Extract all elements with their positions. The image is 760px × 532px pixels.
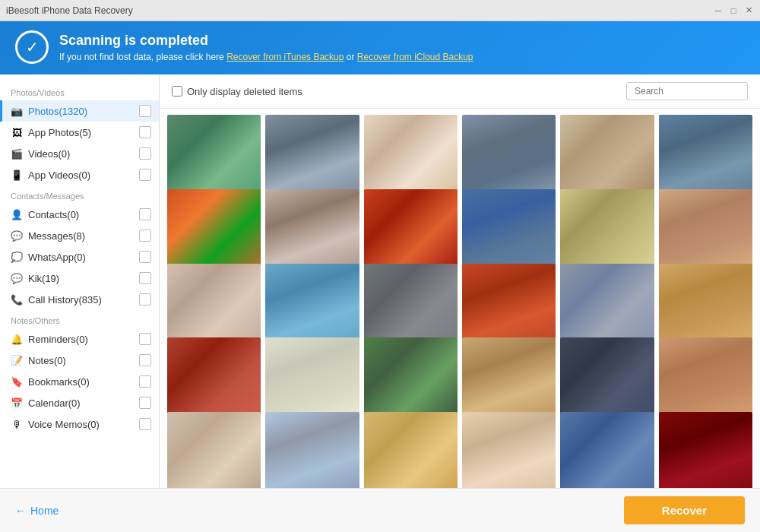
contacts-label: Contacts(0)	[28, 209, 135, 220]
photos-icon: 📷	[10, 104, 24, 118]
header-sep: or	[347, 52, 357, 62]
sidebar-item-contacts[interactable]: 👤Contacts(0)	[0, 204, 159, 225]
header-text-block: Scanning is completed If you not find lo…	[59, 33, 473, 62]
whatsapp-check[interactable]	[139, 251, 151, 263]
header-subtitle: If you not find lost data, please click …	[59, 52, 473, 62]
kik-check[interactable]	[139, 272, 151, 284]
window-controls: ─ □ ✕	[713, 5, 754, 16]
sidebar-item-videos[interactable]: 🎬Videos(0)	[0, 143, 159, 164]
photo-item[interactable]	[560, 412, 654, 488]
videos-check[interactable]	[139, 147, 151, 160]
app-videos-label: App Videos(0)	[28, 169, 135, 181]
photo-item[interactable]	[364, 412, 458, 488]
sidebar-item-kik[interactable]: 💬Kik(19)	[0, 268, 159, 289]
app-videos-check[interactable]	[139, 169, 151, 181]
app-photos-label: App Photos(5)	[28, 127, 135, 138]
sidebar-section-contacts-messages: Contacts/Messages	[0, 185, 159, 204]
minimize-btn[interactable]: ─	[713, 5, 724, 16]
sidebar-section-photos-videos: Photos/Videos	[0, 82, 159, 100]
app-photos-icon: 🖼	[10, 125, 24, 139]
notes-icon: 📝	[10, 353, 24, 367]
calendar-icon: 📅	[10, 396, 24, 410]
photo-item[interactable]	[462, 412, 556, 488]
sidebar-item-whatsapp[interactable]: 💭WhatsApp(0)	[0, 246, 159, 268]
messages-label: Messages(8)	[28, 230, 135, 242]
sidebar-item-calendar[interactable]: 📅Calendar(0)	[0, 392, 159, 413]
reminders-icon: 🔔	[10, 332, 24, 346]
deleted-items-label: Only display deleted items	[187, 86, 302, 97]
search-input[interactable]	[626, 82, 748, 100]
maximize-btn[interactable]: □	[728, 5, 739, 16]
home-button[interactable]: ← Home	[15, 505, 59, 517]
calendar-label: Calendar(0)	[28, 397, 135, 409]
sidebar-item-app-photos[interactable]: 🖼App Photos(5)	[0, 122, 159, 143]
footer: ← Home Recover	[0, 488, 760, 532]
bookmarks-label: Bookmarks(0)	[28, 376, 135, 388]
title-bar: iBeesoft iPhone Data Recovery ─ □ ✕	[0, 0, 760, 21]
call-history-label: Call History(835)	[28, 294, 135, 306]
kik-icon: 💬	[10, 271, 24, 285]
calendar-check[interactable]	[139, 397, 151, 409]
call-history-icon: 📞	[10, 293, 24, 306]
videos-icon: 🎬	[10, 147, 24, 160]
main-content: Photos/Videos📷Photos(1320)🖼App Photos(5)…	[0, 74, 760, 488]
sidebar-item-app-videos[interactable]: 📱App Videos(0)	[0, 164, 159, 185]
bookmarks-icon: 🔖	[10, 375, 24, 388]
photos-check[interactable]	[139, 105, 151, 117]
sidebar-item-reminders[interactable]: 🔔Reminders(0)	[0, 328, 159, 350]
header-banner: ✓ Scanning is completed If you not find …	[0, 21, 760, 74]
contacts-icon: 👤	[10, 207, 24, 221]
home-label: Home	[30, 505, 59, 517]
deleted-items-checkbox[interactable]	[172, 86, 182, 97]
sidebar-item-notes[interactable]: 📝Notes(0)	[0, 350, 159, 371]
whatsapp-label: WhatsApp(0)	[28, 252, 135, 263]
status-icon: ✓	[15, 30, 49, 64]
sidebar-item-voice-memos[interactable]: 🎙Voice Memos(0)	[0, 413, 159, 435]
photo-grid	[160, 109, 760, 488]
itunes-backup-link[interactable]: Recover from iTunes Backup	[226, 52, 344, 62]
app-photos-check[interactable]	[139, 126, 151, 138]
sidebar-item-photos[interactable]: 📷Photos(1320)	[0, 100, 159, 122]
kik-label: Kik(19)	[28, 273, 135, 284]
voice-memos-check[interactable]	[139, 418, 151, 430]
sidebar-section-notes-others: Notes/Others	[0, 310, 159, 328]
photo-item[interactable]	[167, 412, 261, 488]
photo-item[interactable]	[265, 412, 359, 488]
voice-memos-icon: 🎙	[10, 417, 24, 431]
call-history-check[interactable]	[139, 293, 151, 306]
sidebar-item-messages[interactable]: 💬Messages(8)	[0, 225, 159, 246]
whatsapp-icon: 💭	[10, 250, 24, 264]
sidebar: Photos/Videos📷Photos(1320)🖼App Photos(5)…	[0, 74, 160, 488]
app-title: iBeesoft iPhone Data Recovery	[6, 5, 133, 16]
recover-button[interactable]: Recover	[624, 496, 745, 524]
messages-check[interactable]	[139, 230, 151, 242]
sidebar-item-call-history[interactable]: 📞Call History(835)	[0, 289, 159, 310]
sidebar-item-bookmarks[interactable]: 🔖Bookmarks(0)	[0, 371, 159, 392]
app-videos-icon: 📱	[10, 168, 24, 182]
videos-label: Videos(0)	[28, 148, 135, 160]
voice-memos-label: Voice Memos(0)	[28, 419, 135, 430]
reminders-check[interactable]	[139, 333, 151, 345]
grid-toolbar: Only display deleted items	[160, 74, 760, 109]
notes-label: Notes(0)	[28, 355, 135, 366]
deleted-items-filter[interactable]: Only display deleted items	[172, 86, 302, 97]
header-title: Scanning is completed	[59, 33, 473, 49]
reminders-label: Reminders(0)	[28, 334, 135, 345]
photos-label: Photos(1320)	[28, 106, 135, 117]
notes-check[interactable]	[139, 354, 151, 366]
close-btn[interactable]: ✕	[743, 5, 754, 16]
messages-icon: 💬	[10, 229, 24, 242]
photo-item[interactable]	[659, 412, 752, 488]
contacts-check[interactable]	[139, 208, 151, 220]
bookmarks-check[interactable]	[139, 375, 151, 388]
grid-area: Only display deleted items	[160, 74, 760, 488]
icloud-backup-link[interactable]: Recover from iCloud Backup	[357, 52, 473, 62]
header-sub-text: If you not find lost data, please click …	[59, 52, 224, 62]
home-arrow-icon: ←	[15, 505, 26, 517]
